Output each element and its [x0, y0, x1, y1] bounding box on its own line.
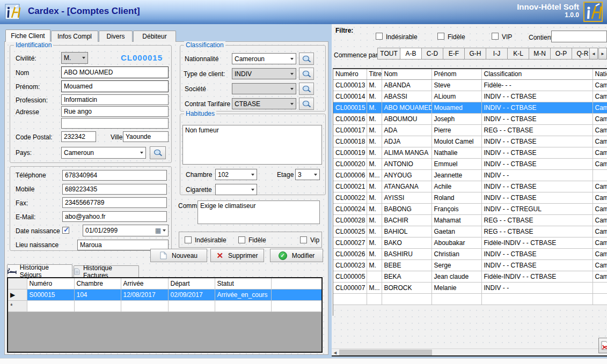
filter-vip-checkbox[interactable]: [492, 33, 499, 40]
date-naissance-picker[interactable]: 01/01/2999: [83, 225, 169, 236]
nom-field[interactable]: [61, 66, 169, 78]
tab-historique-sejours[interactable]: Historique Séjours: [7, 264, 72, 277]
col-chambre[interactable]: Chambre: [74, 278, 121, 289]
table-row[interactable]: CL000024 M. BABONG François INDIV - - CT…: [333, 203, 607, 214]
alpha-scroll-right-button[interactable]: ►: [598, 48, 607, 60]
alpha-filter-tab[interactable]: I-J: [486, 48, 508, 60]
table-row[interactable]: CL000022 M. AYISSI Roland INDIV - - CTBA…: [333, 192, 607, 203]
indesirable-checkbox[interactable]: [185, 236, 192, 243]
table-row[interactable]: CL000015 M. ABO MOUAMED Mouamed INDIV - …: [333, 102, 607, 113]
col-statut[interactable]: Statut: [215, 278, 271, 289]
col-depart[interactable]: Départ: [168, 278, 215, 289]
col-numero[interactable]: Numéro: [27, 278, 74, 289]
fax-field[interactable]: [62, 197, 167, 208]
vip-checkbox[interactable]: [300, 236, 307, 243]
nouveau-button[interactable]: Nouveau: [150, 249, 207, 262]
telephone-field[interactable]: [62, 170, 167, 181]
table-row[interactable]: CL000016 M. ABOUMOU Joseph INDIV - - CTB…: [333, 113, 607, 124]
alpha-filter-tab[interactable]: TOUT: [377, 48, 400, 60]
table-row[interactable]: CL000013 M. ABANDA Steve Fidèle- - - Cam…: [333, 79, 607, 91]
date-naissance-checkbox[interactable]: [62, 227, 69, 234]
alpha-filter-tab[interactable]: C-D: [422, 48, 443, 60]
horizontal-scrollbar[interactable]: ◄: [332, 348, 607, 355]
cell-titre: M.: [367, 248, 382, 259]
table-row[interactable]: CL000023 M. BEBE Serge INDIV - - CTBASE …: [333, 259, 607, 271]
history-row[interactable]: *: [8, 300, 321, 311]
profession-field[interactable]: [61, 94, 169, 105]
habitudes-textarea[interactable]: Non fumeur: [182, 125, 322, 165]
filter-fidele-checkbox[interactable]: [437, 33, 444, 40]
pays-search-button[interactable]: [150, 146, 166, 159]
civilite-combobox[interactable]: M.: [61, 52, 88, 64]
export-pdf-button[interactable]: [598, 338, 607, 353]
alpha-filter-tab[interactable]: M-N: [529, 48, 551, 60]
table-row[interactable]: CL000005 BEKA Jean claude Fidèle-INDIV -…: [333, 271, 607, 282]
prenom-field[interactable]: [61, 80, 169, 92]
contient-input[interactable]: [551, 31, 607, 42]
type-client-search-button[interactable]: [299, 68, 314, 80]
code-postal-field[interactable]: [61, 131, 96, 142]
comment-textarea[interactable]: Exige le climatiseur: [198, 200, 320, 224]
table-row[interactable]: CL000019 M. ALIMA MANGA Nathalie INDIV -…: [333, 147, 607, 158]
alpha-scroll-left-button[interactable]: ◄: [589, 48, 598, 60]
table-row[interactable]: CL000018 M. ADJA Moulot Camel INDIV - - …: [333, 136, 607, 147]
contrat-search-button[interactable]: [299, 98, 314, 110]
pays-combobox[interactable]: Cameroun: [61, 147, 146, 159]
cigarette-combobox[interactable]: [215, 184, 257, 195]
type-client-combobox[interactable]: INDIV: [232, 68, 296, 79]
chambre-combobox[interactable]: 102: [215, 169, 257, 180]
col-titre[interactable]: Titre: [367, 69, 382, 79]
filter-indesirable-checkbox[interactable]: [376, 33, 383, 40]
ville-field[interactable]: [123, 131, 169, 142]
tab-fiche-client[interactable]: Fiche Client: [5, 29, 50, 42]
table-row[interactable]: [333, 293, 607, 304]
table-row[interactable]: CL000028 M. BACHIR Mahamat REG - - CTBAS…: [333, 214, 607, 226]
societe-combobox[interactable]: [232, 83, 296, 94]
table-row[interactable]: CL000027 M. BAKO Aboubakar Fidèle-INDIV …: [333, 237, 607, 248]
col-nationalite[interactable]: Nationalité: [593, 69, 607, 79]
cell-nationalite: [593, 293, 607, 304]
table-row[interactable]: CL000021 M. ATANGANA Achile INDIV - - CT…: [333, 181, 607, 192]
history-row[interactable]: ▶ S000015 104 12/08/2017 02/09/2017 Arri…: [8, 289, 321, 300]
mobile-field[interactable]: [62, 184, 167, 195]
table-row[interactable]: CL000014 M. ABASSI ALioum INDIV - - CTBA…: [333, 91, 607, 102]
alpha-filter-tab[interactable]: Q-R: [572, 48, 589, 60]
nationalite-combobox[interactable]: Cameroun: [232, 53, 296, 64]
chevron-down-icon: [163, 229, 166, 232]
col-numero[interactable]: Numéro: [333, 69, 367, 79]
table-row[interactable]: CL000025 M. BAHIOL Gaetan REG - - CTBASE…: [333, 226, 607, 237]
col-nom[interactable]: Nom: [382, 69, 432, 79]
email-field[interactable]: [62, 211, 167, 222]
cell-nom: BABONG: [382, 203, 432, 214]
modifier-button[interactable]: Modifier: [270, 249, 323, 262]
table-row[interactable]: CL000026 M. BASHIRU Christian INDIV - - …: [333, 248, 607, 259]
col-arrivee[interactable]: Arrivée: [121, 278, 168, 289]
alpha-filter-tab[interactable]: A-B: [400, 48, 422, 60]
scroll-left-arrow[interactable]: ◄: [332, 349, 339, 356]
cell-classification: INDIV - - CTBASE: [481, 248, 593, 259]
contrat-tarifaire-combobox[interactable]: CTBASE: [232, 98, 296, 109]
alpha-filter-tab[interactable]: E-F: [443, 48, 465, 60]
table-row[interactable]: CL000007 M... BOROCK Melanie INDIV - -: [333, 282, 607, 293]
nationalite-search-button[interactable]: [299, 53, 314, 65]
supprimer-button[interactable]: Supprimer: [210, 249, 264, 262]
adresse-field[interactable]: [61, 106, 169, 117]
societe-search-button[interactable]: [299, 83, 314, 95]
table-row[interactable]: CL000006 M... ANYOUG Jeannette INDIV - -: [333, 169, 607, 181]
tab-label: Fiche Client: [11, 32, 45, 40]
table-row[interactable]: CL000020 M. ANTONIO Emmuel INDIV - - CTB…: [333, 158, 607, 169]
table-row[interactable]: CL000017 M. ADA Pierre REG - - CTBASE Ca…: [333, 124, 607, 136]
alpha-filter-tab[interactable]: K-L: [508, 48, 529, 60]
col-prenom[interactable]: Prénom: [432, 69, 481, 79]
alpha-filter-tab[interactable]: G-H: [465, 48, 486, 60]
alpha-filter-tab[interactable]: O-P: [551, 48, 572, 60]
col-classification[interactable]: Classification: [481, 69, 593, 79]
tab-historique-factures[interactable]: Historique Factures: [74, 265, 139, 277]
tab-infos-compl[interactable]: Infos Compl: [51, 31, 98, 42]
tab-debiteur[interactable]: Débiteur: [133, 31, 176, 42]
etage-combobox[interactable]: 3: [295, 169, 320, 180]
scrollbar-thumb[interactable]: [339, 350, 432, 355]
fidele-checkbox[interactable]: [238, 236, 245, 243]
tab-divers[interactable]: Divers: [99, 31, 133, 42]
adresse2-field[interactable]: [61, 118, 169, 129]
